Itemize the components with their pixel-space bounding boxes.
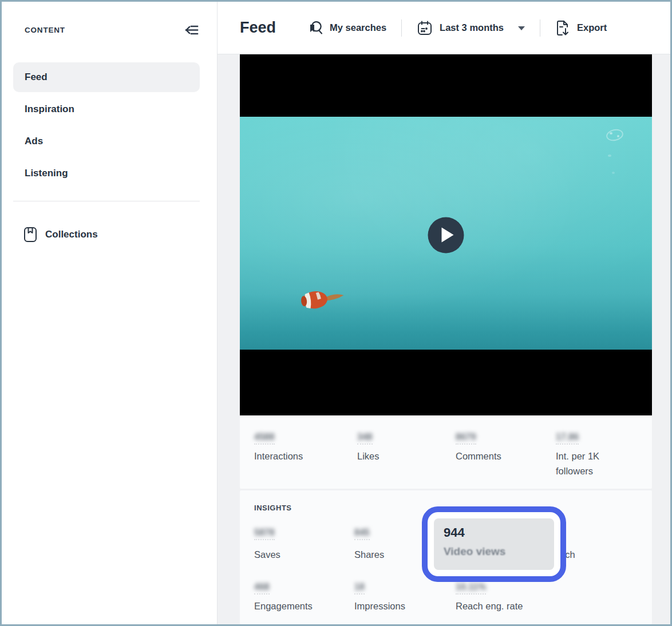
metric-label: Likes xyxy=(357,449,380,464)
metric-engagements-value: 468 xyxy=(254,582,270,595)
collections-book-icon xyxy=(23,227,37,243)
page-title: Feed xyxy=(240,19,276,37)
metric-value: 8679 xyxy=(456,432,476,442)
bubble-decoration xyxy=(605,128,624,142)
metric-value: 5878 xyxy=(254,528,275,537)
sidebar: CONTENT Feed Inspiration Ads Listening xyxy=(2,2,218,624)
post-detail: 4588 Interactions 348 Likes 8679 Comment… xyxy=(218,54,670,624)
collections-label: Collections xyxy=(45,229,98,240)
bubble-decoration xyxy=(617,135,619,137)
bubble-decoration xyxy=(612,172,615,174)
chevron-down-icon xyxy=(518,26,525,30)
play-icon xyxy=(442,228,454,243)
metric-int-per-1k: 17.86 Int. per 1K followers xyxy=(556,432,623,478)
metric-shares-label: Shares xyxy=(354,548,384,562)
post-card: 4588 Interactions 348 Likes 8679 Comment… xyxy=(240,54,652,489)
metric-label: Comments xyxy=(456,449,501,464)
sidebar-item-label: Feed xyxy=(25,72,48,83)
metric-reach-eng-rate-label: Reach eng. rate xyxy=(456,599,523,614)
sidebar-item-label: Ads xyxy=(25,136,43,147)
metric-impressions-value: 18 xyxy=(354,582,365,595)
sidebar-title: CONTENT xyxy=(25,26,65,34)
my-searches-button[interactable]: My searches xyxy=(308,19,386,37)
video-views-highlight: 944 Video views xyxy=(422,506,566,582)
metric-interactions: 4588 Interactions xyxy=(254,432,303,464)
sidebar-nav: Feed Inspiration Ads Listening xyxy=(2,62,217,191)
main-header: Feed My searches xyxy=(218,2,670,54)
bubble-decoration xyxy=(608,154,611,157)
metric-value: 18 xyxy=(354,582,365,592)
metric-value: 468 xyxy=(254,582,270,592)
metric-value: 4588 xyxy=(254,432,275,442)
sidebar-item-label: Inspiration xyxy=(25,104,74,115)
collapse-left-icon xyxy=(184,22,199,38)
date-range-button[interactable]: Last 3 months xyxy=(417,20,525,36)
metric-label: Int. per 1K followers xyxy=(556,449,623,478)
metric-value: 348 xyxy=(357,432,373,442)
metric-comments: 8679 Comments xyxy=(456,432,501,464)
metric-impressions-label: Impressions xyxy=(354,599,405,614)
main-area: Feed My searches xyxy=(218,2,670,624)
post-stats-row: 4588 Interactions 348 Likes 8679 Comment… xyxy=(240,415,652,489)
metric-label: Interactions xyxy=(254,449,303,464)
video-player[interactable] xyxy=(240,54,652,415)
sidebar-item-ads[interactable]: Ads xyxy=(13,126,200,156)
header-divider xyxy=(540,19,540,37)
metric-value: 17.86 xyxy=(556,432,579,442)
insights-heading: INSIGHTS xyxy=(254,504,292,512)
export-button[interactable]: Export xyxy=(555,19,607,37)
sidebar-item-feed[interactable]: Feed xyxy=(13,62,200,92)
metric-shares-value: 845 xyxy=(354,528,370,540)
metric-saves-value: 5878 xyxy=(254,528,275,540)
sidebar-item-collections[interactable]: Collections xyxy=(13,220,200,249)
fish-toy xyxy=(296,285,349,316)
metric-engagements-label: Engagements xyxy=(254,599,313,614)
metric-value: 10.11% xyxy=(456,582,486,592)
bubble-decoration xyxy=(610,132,612,134)
my-searches-label: My searches xyxy=(330,22,386,33)
date-range-label: Last 3 months xyxy=(440,22,504,33)
sidebar-header: CONTENT xyxy=(2,2,217,38)
sidebar-item-listening[interactable]: Listening xyxy=(13,159,200,188)
sidebar-item-label: Listening xyxy=(25,168,68,179)
sidebar-item-inspiration[interactable]: Inspiration xyxy=(13,94,200,124)
export-file-icon xyxy=(555,19,570,37)
calendar-icon xyxy=(417,20,433,36)
sidebar-divider xyxy=(13,201,200,201)
metric-value: 845 xyxy=(354,528,370,537)
export-label: Export xyxy=(577,22,607,33)
metric-likes: 348 Likes xyxy=(357,432,380,464)
metric-reach-eng-rate-value: 10.11% xyxy=(456,582,486,595)
saved-search-icon xyxy=(308,19,323,37)
video-views-value: 944 xyxy=(444,525,544,540)
collapse-sidebar-button[interactable] xyxy=(183,21,200,38)
insights-card: INSIGHTS 5878 Saves 845 Shares Reach 468… xyxy=(240,490,652,624)
header-divider xyxy=(401,19,402,37)
video-views-metric: 944 Video views xyxy=(434,518,554,570)
play-button[interactable] xyxy=(428,217,464,253)
metric-saves-label: Saves xyxy=(254,548,280,562)
video-views-label: Video views xyxy=(444,545,544,558)
